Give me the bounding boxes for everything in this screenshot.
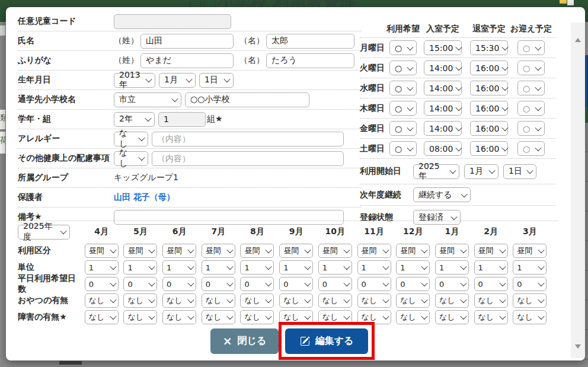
- select-disability[interactable]: なし: [435, 310, 469, 324]
- select-snack[interactable]: なし: [162, 293, 196, 308]
- select-use-wish[interactable]: ○: [389, 101, 417, 116]
- select-pickup[interactable]: ○: [517, 101, 545, 116]
- child-code-input[interactable]: [114, 14, 231, 29]
- select-leave-time[interactable]: 16:00: [470, 121, 508, 136]
- select-use-category[interactable]: 昼間: [357, 244, 391, 258]
- select-pickup[interactable]: ○: [517, 121, 545, 136]
- select-snack[interactable]: なし: [435, 293, 469, 308]
- select-use-wish[interactable]: ○: [389, 81, 417, 95]
- kana-mei-input[interactable]: [266, 53, 354, 68]
- select-snack[interactable]: なし: [357, 293, 391, 308]
- select-use-category[interactable]: 昼間: [474, 244, 508, 258]
- select-weekday-days[interactable]: 0: [123, 277, 157, 291]
- select-weekday-days[interactable]: 0: [435, 277, 469, 291]
- select-disability[interactable]: なし: [240, 310, 274, 324]
- select-snack[interactable]: なし: [123, 293, 157, 308]
- select-start-year[interactable]: 2025年: [413, 164, 459, 179]
- health-detail-input[interactable]: [152, 151, 344, 166]
- select-continue[interactable]: 継続する: [413, 187, 471, 202]
- select-weekday-days[interactable]: 0: [318, 277, 352, 291]
- name-sei-input[interactable]: [140, 34, 234, 49]
- select-weekday-days[interactable]: 0: [202, 277, 235, 291]
- select-use-wish[interactable]: ○: [389, 60, 417, 75]
- select-weekday-days[interactable]: 0: [240, 277, 274, 291]
- guardian-link[interactable]: 山田 花子（母）: [114, 192, 175, 203]
- school-name-input[interactable]: [185, 92, 309, 107]
- select-unit[interactable]: 1: [240, 260, 274, 275]
- select-enter-time[interactable]: 14:00: [424, 121, 462, 136]
- select-enter-time[interactable]: 14:00: [424, 81, 462, 95]
- scroll-down-icon[interactable]: [575, 344, 581, 349]
- select-weekday-days[interactable]: 0: [357, 277, 391, 291]
- select-health[interactable]: なし: [114, 151, 148, 166]
- edit-button[interactable]: 編集する: [285, 328, 368, 354]
- select-enter-time[interactable]: 14:00: [424, 101, 462, 116]
- select-unit[interactable]: 1: [202, 260, 235, 275]
- select-pickup[interactable]: ○: [517, 60, 545, 75]
- select-snack[interactable]: なし: [279, 293, 313, 308]
- select-unit[interactable]: 1: [318, 260, 352, 275]
- select-weekday-days[interactable]: 0: [162, 277, 196, 291]
- select-grade[interactable]: 2年: [114, 112, 155, 127]
- select-disability[interactable]: なし: [474, 310, 508, 324]
- select-leave-time[interactable]: 16:00: [470, 101, 508, 116]
- select-leave-time[interactable]: 16:00: [470, 81, 508, 95]
- select-weekday-days[interactable]: 0: [279, 277, 313, 291]
- select-birth-year[interactable]: 2013年: [114, 73, 155, 88]
- select-snack[interactable]: なし: [513, 293, 547, 308]
- select-unit[interactable]: 1: [85, 260, 119, 275]
- select-birth-month[interactable]: 1月: [159, 73, 196, 88]
- select-use-category[interactable]: 昼間: [162, 244, 196, 258]
- select-snack[interactable]: なし: [474, 293, 508, 308]
- close-button[interactable]: × 閉じる: [210, 328, 279, 354]
- select-fiscal-year[interactable]: 2025年度: [18, 225, 70, 240]
- select-snack[interactable]: なし: [396, 293, 430, 308]
- select-unit[interactable]: 1: [513, 260, 547, 275]
- select-use-wish[interactable]: ○: [389, 121, 417, 136]
- select-pickup[interactable]: ○: [517, 81, 545, 95]
- select-use-category[interactable]: 昼間: [513, 244, 547, 258]
- kana-sei-input[interactable]: [140, 53, 234, 68]
- allergy-detail-input[interactable]: [152, 132, 344, 146]
- select-unit[interactable]: 1: [162, 260, 196, 275]
- select-allergy[interactable]: なし: [114, 132, 148, 146]
- select-unit[interactable]: 1: [396, 260, 430, 275]
- select-use-category[interactable]: 昼間: [240, 244, 274, 258]
- select-use-category[interactable]: 昼間: [202, 244, 235, 258]
- select-school-type[interactable]: 市立: [114, 92, 181, 107]
- select-start-month[interactable]: 1月: [464, 164, 498, 179]
- select-unit[interactable]: 1: [357, 260, 391, 275]
- select-use-category[interactable]: 昼間: [396, 244, 430, 258]
- scroll-up-icon[interactable]: [575, 38, 581, 42]
- select-use-category[interactable]: 昼間: [435, 244, 469, 258]
- select-weekday-days[interactable]: 0: [85, 277, 119, 291]
- select-snack[interactable]: なし: [240, 293, 274, 308]
- select-use-wish[interactable]: ○: [389, 141, 417, 156]
- select-leave-time[interactable]: 16:00: [470, 60, 508, 75]
- select-snack[interactable]: なし: [318, 293, 352, 308]
- select-use-category[interactable]: 昼間: [123, 244, 157, 258]
- select-start-day[interactable]: 1日: [503, 164, 536, 179]
- class-input[interactable]: [158, 112, 206, 127]
- select-disability[interactable]: なし: [123, 310, 157, 324]
- select-unit[interactable]: 1: [279, 260, 313, 275]
- select-unit[interactable]: 1: [123, 260, 157, 275]
- select-leave-time[interactable]: 15:30: [470, 40, 508, 55]
- select-unit[interactable]: 1: [435, 260, 469, 275]
- select-unit[interactable]: 1: [474, 260, 508, 275]
- select-snack[interactable]: なし: [202, 293, 235, 308]
- select-disability[interactable]: なし: [162, 310, 196, 324]
- modal-scrollbar[interactable]: [571, 23, 585, 358]
- select-disability[interactable]: なし: [396, 310, 430, 324]
- select-enter-time[interactable]: 14:00: [424, 60, 462, 75]
- select-use-category[interactable]: 昼間: [318, 244, 352, 258]
- select-weekday-days[interactable]: 0: [474, 277, 508, 291]
- select-birth-day[interactable]: 1日: [199, 73, 234, 88]
- select-use-wish[interactable]: ○: [389, 40, 417, 55]
- select-pickup[interactable]: ○: [517, 141, 545, 156]
- select-use-category[interactable]: 昼間: [85, 244, 119, 258]
- select-enter-time[interactable]: 15:00: [424, 40, 462, 55]
- select-disability[interactable]: なし: [513, 310, 547, 324]
- select-pickup[interactable]: ○: [517, 40, 545, 55]
- select-weekday-days[interactable]: 0: [513, 277, 547, 291]
